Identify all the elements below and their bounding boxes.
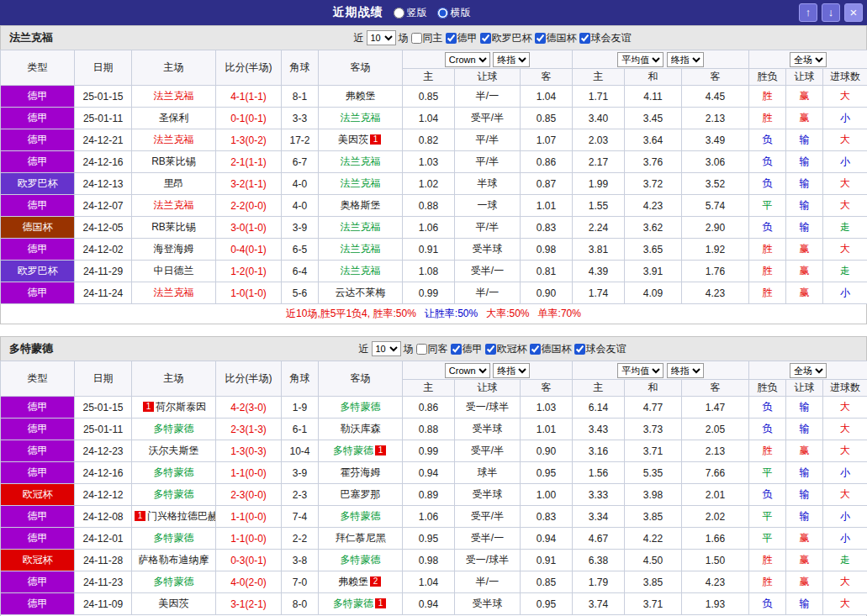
team-name-text: RB莱比锡	[151, 221, 196, 233]
scroll-down-button[interactable]: ↓	[822, 3, 840, 22]
layout-horizontal-option[interactable]: 横版	[437, 6, 471, 20]
league-filter-option[interactable]: 德国杯	[535, 31, 577, 45]
table-header-row: 类型 日期 主场 比分(半场) 角球 客场 Crown 终指 平均值 终指 全场	[1, 50, 867, 69]
same-venue-option[interactable]: 同客	[416, 342, 448, 356]
result-goals-cell: 小	[823, 282, 867, 304]
bookmaker-select[interactable]: Crown	[445, 363, 490, 378]
average-header-cell: 平均值 终指	[573, 50, 749, 69]
layout-vertical-radio[interactable]	[394, 8, 404, 18]
red-card-badge: 1	[143, 402, 154, 412]
layout-vertical-option[interactable]: 竖版	[394, 6, 427, 20]
match-row: 德甲24-12-02海登海姆0-4(0-1)6-5法兰克福0.91受半球0.98…	[1, 239, 867, 261]
average-header-cell: 平均值 终指	[573, 361, 749, 380]
result-goals-cell: 小	[823, 528, 867, 550]
away-team-cell: 法兰克福	[319, 261, 403, 282]
league-checkbox[interactable]	[451, 344, 462, 355]
result-handicap-cell: 输	[786, 419, 823, 440]
final-index-select[interactable]: 终指	[493, 363, 530, 378]
home-team-cell: RB莱比锡	[132, 217, 216, 239]
team-name-text: 法兰克福	[154, 287, 194, 298]
league-checkbox[interactable]	[485, 344, 496, 355]
avg-draw-cell: 3.85	[625, 506, 682, 528]
league-filter-option[interactable]: 欧罗巴杯	[480, 31, 532, 45]
bookmaker-header-cell: Crown 终指	[403, 361, 573, 380]
league-filter-option[interactable]: 德国杯	[530, 342, 572, 356]
avg-home-cell: 6.14	[573, 397, 625, 419]
result-wdl-cell: 负	[749, 129, 786, 151]
league-checkbox[interactable]	[535, 33, 546, 44]
odds-away-cell: 1.01	[521, 195, 573, 217]
result-goals-cell: 大	[823, 571, 867, 593]
match-date-cell: 25-01-15	[75, 397, 132, 419]
match-date-cell: 24-11-29	[75, 261, 132, 282]
match-date-cell: 25-01-11	[75, 419, 132, 440]
final-index-select[interactable]: 终指	[667, 363, 704, 378]
corner-cell: 5-6	[282, 282, 319, 304]
league-type-cell: 德甲	[1, 571, 75, 593]
score-cell: 2-3(0-0)	[216, 484, 282, 506]
odds-away-cell: 1.07	[521, 129, 573, 151]
league-filter-option[interactable]: 球会友谊	[579, 31, 632, 45]
same-venue-checkbox[interactable]	[416, 344, 427, 355]
col-odds-home: 主	[403, 69, 455, 86]
team-name-text: 多特蒙德	[154, 532, 194, 544]
avg-draw-cell: 4.09	[625, 282, 682, 304]
odds-home-cell: 0.89	[403, 484, 455, 506]
average-select[interactable]: 平均值	[617, 363, 663, 378]
match-date-cell: 24-11-23	[75, 571, 132, 593]
close-button[interactable]: ×	[844, 3, 863, 22]
odds-home-cell: 1.06	[403, 217, 455, 239]
recent-count-select[interactable]: 10	[367, 30, 396, 45]
odds-away-cell: 0.83	[521, 506, 573, 528]
avg-home-cell: 2.24	[573, 217, 625, 239]
league-type-cell: 德甲	[1, 462, 75, 484]
final-index-select[interactable]: 终指	[667, 52, 704, 67]
topbar-buttons: ↑ ↓ ×	[799, 3, 863, 22]
home-team-cell: 法兰克福	[132, 282, 216, 304]
avg-home-cell: 4.39	[573, 261, 625, 282]
red-card-badge: 1	[375, 445, 386, 455]
close-icon: ×	[850, 5, 858, 19]
handicap-cell: 受半球	[455, 484, 521, 506]
avg-home-cell: 1.74	[573, 282, 625, 304]
league-filter-option[interactable]: 德甲	[446, 31, 478, 45]
team-name: 法兰克福	[9, 30, 127, 45]
match-scope-select[interactable]: 全场	[790, 52, 827, 67]
odds-away-cell: 1.00	[521, 484, 573, 506]
scroll-up-button[interactable]: ↑	[799, 3, 817, 22]
result-wdl-cell: 负	[749, 419, 786, 440]
league-filter-option[interactable]: 欧冠杯	[485, 342, 527, 356]
league-filter-option[interactable]: 球会友谊	[574, 342, 626, 356]
odds-home-cell: 0.99	[403, 440, 455, 462]
result-goals-cell: 大	[823, 129, 867, 151]
league-type-cell: 德甲	[1, 86, 75, 108]
same-venue-checkbox[interactable]	[411, 33, 422, 44]
score-cell: 1-0(1-0)	[216, 282, 282, 304]
match-date-cell: 24-12-23	[75, 440, 132, 462]
average-select[interactable]: 平均值	[617, 52, 663, 67]
odds-away-cell: 1.01	[521, 419, 573, 440]
league-checkbox[interactable]	[574, 344, 585, 355]
match-date-cell: 24-11-09	[75, 593, 132, 615]
layout-horizontal-radio[interactable]	[437, 8, 448, 18]
recent-count-select[interactable]: 10	[372, 341, 401, 356]
league-type-cell: 欧罗巴杯	[1, 173, 75, 195]
odds-home-cell: 0.82	[403, 129, 455, 151]
league-checkbox[interactable]	[530, 344, 541, 355]
league-type-cell: 德甲	[1, 419, 75, 440]
league-checkbox[interactable]	[480, 33, 491, 44]
league-checkbox[interactable]	[446, 33, 457, 44]
final-index-select[interactable]: 终指	[493, 52, 530, 67]
corner-cell: 7-4	[282, 506, 319, 528]
same-venue-option[interactable]: 同主	[411, 31, 443, 45]
bookmaker-select[interactable]: Crown	[445, 52, 490, 67]
league-filter-option[interactable]: 德甲	[451, 342, 483, 356]
odds-away-cell: 0.90	[521, 440, 573, 462]
match-scope-select[interactable]: 全场	[790, 363, 827, 378]
handicap-cell: 平/半	[455, 217, 521, 239]
handicap-cell: 受一/球半	[455, 550, 521, 571]
league-checkbox[interactable]	[579, 33, 590, 44]
team-name-text: 沃尔夫斯堡	[149, 445, 199, 456]
home-team-cell: 1门兴格拉德巴赫	[132, 506, 216, 528]
handicap-cell: 半球	[455, 173, 521, 195]
